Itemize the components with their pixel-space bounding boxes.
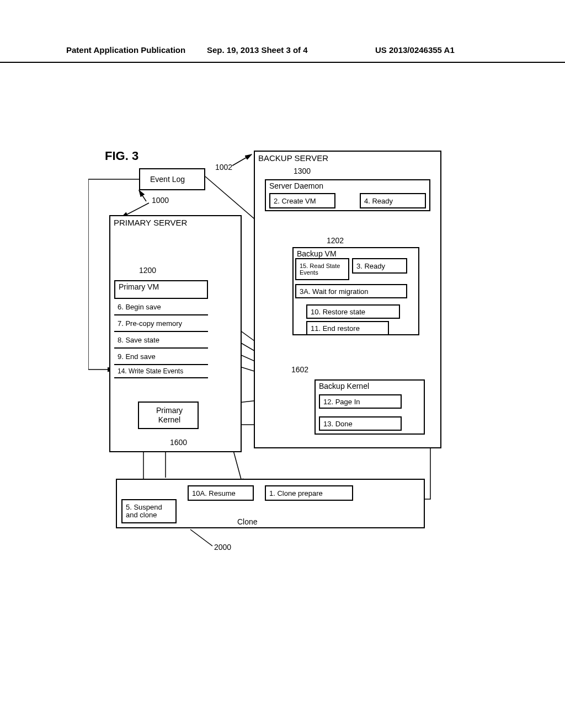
- step-13: 13. Done: [319, 416, 402, 431]
- step-11: 11. End restore: [306, 321, 389, 335]
- step-5: 5. Suspend and clone: [121, 499, 177, 523]
- header-left: Patent Application Publication: [66, 45, 185, 55]
- step-2: 2. Create VM: [269, 193, 335, 208]
- page: Patent Application Publication Sep. 19, …: [0, 0, 565, 728]
- event-log-box: Event Log: [139, 168, 205, 190]
- step-15: 15. Read State Events: [295, 258, 349, 280]
- step-14: 14. Write State Events: [114, 364, 208, 378]
- backup-server-label: BACKUP SERVER: [258, 153, 328, 163]
- step-10a: 10A. Resume: [188, 485, 254, 501]
- primary-server-label: PRIMARY SERVER: [114, 218, 187, 227]
- step-1: 1. Clone prepare: [265, 485, 353, 501]
- ref-1602: 1602: [291, 365, 308, 374]
- step-12: 12. Page In: [319, 394, 402, 409]
- header-right: US 2013/0246355 A1: [375, 45, 455, 55]
- step-3a: 3A. Wait for migration: [295, 284, 407, 298]
- step-9: 9. End save: [114, 347, 208, 364]
- event-log-label: Event Log: [150, 175, 185, 184]
- step-10: 10. Restore state: [306, 304, 400, 319]
- ref-1300: 1300: [294, 167, 311, 175]
- ref-1202: 1202: [327, 236, 344, 245]
- ref-1000: 1000: [152, 196, 169, 205]
- step-3: 3. Ready: [352, 258, 407, 274]
- figure-title: FIG. 3: [105, 149, 138, 163]
- figure-3: FIG. 3: [88, 149, 475, 557]
- ref-2000: 2000: [214, 543, 231, 552]
- step-8: 8. Save state: [114, 331, 208, 347]
- primary-kernel-label: Primary Kernel: [145, 406, 194, 425]
- header-mid: Sep. 19, 2013 Sheet 3 of 4: [207, 45, 308, 55]
- primary-kernel-box: Primary Kernel: [138, 402, 199, 429]
- server-daemon-label: Server Daemon: [269, 181, 323, 190]
- step-4: 4. Ready: [360, 193, 426, 208]
- ref-1600: 1600: [170, 438, 187, 447]
- ref-1002: 1002: [215, 163, 232, 172]
- step-7: 7. Pre-copy memory: [114, 314, 208, 331]
- clone-label: Clone: [237, 517, 258, 526]
- page-header: Patent Application Publication Sep. 19, …: [0, 45, 565, 63]
- backup-kernel-label: Backup Kernel: [319, 382, 369, 390]
- step-6: 6. Begin save: [114, 298, 208, 314]
- ref-1200: 1200: [139, 266, 156, 275]
- primary-vm-label: Primary VM: [119, 282, 159, 291]
- backup-vm-label: Backup VM: [297, 249, 337, 258]
